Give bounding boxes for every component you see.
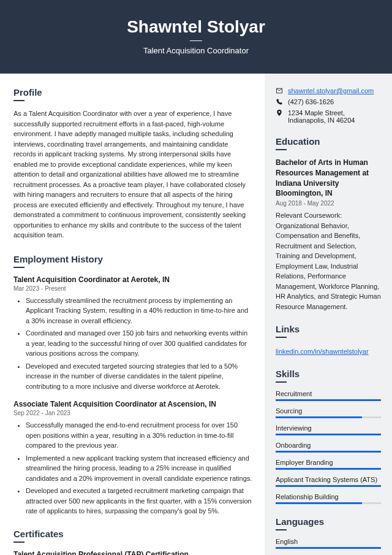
- skill-row: English: [276, 538, 381, 549]
- skill-bar: [276, 485, 381, 487]
- education-degree: Bachelor of Arts in Human Resources Mana…: [276, 158, 381, 199]
- skill-bar-fill: [276, 502, 362, 504]
- contact-phone: (427) 636-1626: [288, 98, 334, 105]
- person-name: Shawntel Stolyar: [12, 17, 380, 37]
- side-column: shawntel.stolyar@gmail.com (427) 636-162…: [265, 74, 392, 555]
- skill-bar-fill: [276, 451, 381, 453]
- phone-icon: [276, 98, 283, 105]
- job-entry: Associate Talent Acquisition Coordinator…: [13, 400, 252, 516]
- section-underline: [276, 149, 287, 150]
- skill-label: Sourcing: [276, 407, 381, 415]
- contact-email-row: shawntel.stolyar@gmail.com: [276, 87, 381, 94]
- header-underline: [190, 40, 202, 41]
- contact-address: 1234 Maple Street, Indianapolis, IN 4620…: [288, 109, 381, 124]
- skill-bar-fill: [276, 399, 381, 401]
- skill-row: Relationship Building: [276, 493, 381, 504]
- skill-bar: [276, 399, 381, 401]
- section-underline: [13, 100, 24, 101]
- skill-label: Applicant Tracking Systems (ATS): [276, 476, 381, 483]
- contact-email-link[interactable]: shawntel.stolyar@gmail.com: [288, 87, 374, 94]
- job-bullet: Coordinated and managed over 150 job fai…: [26, 328, 252, 359]
- skill-label: English: [276, 538, 381, 545]
- skill-bar-fill: [276, 416, 362, 418]
- section-underline: [276, 337, 287, 338]
- contact-section: shawntel.stolyar@gmail.com (427) 636-162…: [276, 87, 381, 124]
- profile-section: Profile As a Talent Acquisition Coordina…: [13, 87, 252, 240]
- skill-bar: [276, 468, 381, 470]
- employment-section: Employment History Talent Acquisition Co…: [13, 254, 252, 516]
- resume-header: Shawntel Stolyar Talent Acquisition Coor…: [0, 0, 392, 74]
- skill-label: Relationship Building: [276, 493, 381, 500]
- contact-address-row: 1234 Maple Street, Indianapolis, IN 4620…: [276, 109, 381, 124]
- skill-row: Applicant Tracking Systems (ATS): [276, 476, 381, 487]
- skill-row: Employer Branding: [276, 459, 381, 470]
- employment-heading: Employment History: [13, 254, 252, 264]
- section-underline: [13, 542, 24, 543]
- skill-bar-fill: [276, 485, 381, 487]
- education-desc: Relevant Coursework: Organizational Beha…: [276, 210, 381, 312]
- certificates-section: Certificates Talent Acquisition Professi…: [13, 529, 252, 556]
- skill-label: Onboarding: [276, 442, 381, 449]
- skill-row: Sourcing: [276, 407, 381, 418]
- education-dates: Aug 2018 - May 2022: [276, 200, 381, 207]
- skill-label: Recruitment: [276, 390, 381, 397]
- job-dates: Sep 2022 - Jan 2023: [13, 410, 252, 416]
- languages-section: Languages EnglishIndonesian: [276, 516, 381, 555]
- certificates-heading: Certificates: [13, 529, 252, 539]
- section-underline: [276, 381, 287, 383]
- person-title: Talent Acquisition Coordinator: [12, 46, 380, 55]
- linkedin-link[interactable]: linkedin.com/in/shawntelstolyar: [276, 348, 369, 355]
- skill-bar: [276, 502, 381, 504]
- job-entry: Talent Acquisition Coordinator at Aerote…: [13, 275, 252, 392]
- contact-phone-row: (427) 636-1626: [276, 98, 381, 105]
- job-bullet: Developed and executed a targeted recrui…: [26, 486, 252, 516]
- education-section: Education Bachelor of Arts in Human Reso…: [276, 136, 381, 312]
- section-underline: [13, 267, 24, 268]
- job-bullets: Successfully managed the end-to-end recr…: [13, 420, 252, 516]
- skill-row: Recruitment: [276, 390, 381, 401]
- job-bullet: Successfully managed the end-to-end recr…: [26, 420, 252, 451]
- profile-heading: Profile: [13, 87, 252, 98]
- job-title: Associate Talent Acquisition Coordinator…: [13, 400, 252, 408]
- skill-bar: [276, 547, 381, 549]
- job-bullet: Implemented a new applicant tracking sys…: [26, 453, 252, 484]
- email-icon: [276, 87, 283, 94]
- section-underline: [276, 529, 287, 530]
- skill-bar: [276, 434, 381, 435]
- links-heading: Links: [276, 324, 381, 334]
- skill-bar-fill: [276, 547, 381, 549]
- skill-label: Interviewing: [276, 424, 381, 432]
- location-icon: [276, 109, 283, 117]
- main-column: Profile As a Talent Acquisition Coordina…: [0, 74, 265, 555]
- job-bullets: Successfully streamlined the recruitment…: [13, 296, 252, 392]
- skill-row: Onboarding: [276, 442, 381, 453]
- skill-bar-fill: [276, 468, 381, 470]
- cert-title: Talent Acquisition Professional (TAP) Ce…: [13, 550, 252, 556]
- skills-heading: Skills: [276, 369, 381, 379]
- education-heading: Education: [276, 136, 381, 147]
- skill-row: Interviewing: [276, 424, 381, 435]
- skill-label: Employer Branding: [276, 459, 381, 466]
- links-section: Links linkedin.com/in/shawntelstolyar: [276, 324, 381, 356]
- job-bullet: Successfully streamlined the recruitment…: [26, 296, 252, 326]
- profile-text: As a Talent Acquisition Coordinator with…: [13, 109, 252, 240]
- job-title: Talent Acquisition Coordinator at Aerote…: [13, 275, 252, 284]
- languages-heading: Languages: [276, 516, 381, 527]
- job-bullet: Developed and executed targeted sourcing…: [26, 361, 252, 392]
- skill-bar: [276, 416, 381, 418]
- skills-section: Skills RecruitmentSourcingInterviewingOn…: [276, 369, 381, 504]
- skill-bar-fill: [276, 434, 381, 435]
- skill-bar: [276, 451, 381, 453]
- job-dates: Mar 2023 - Present: [13, 285, 252, 292]
